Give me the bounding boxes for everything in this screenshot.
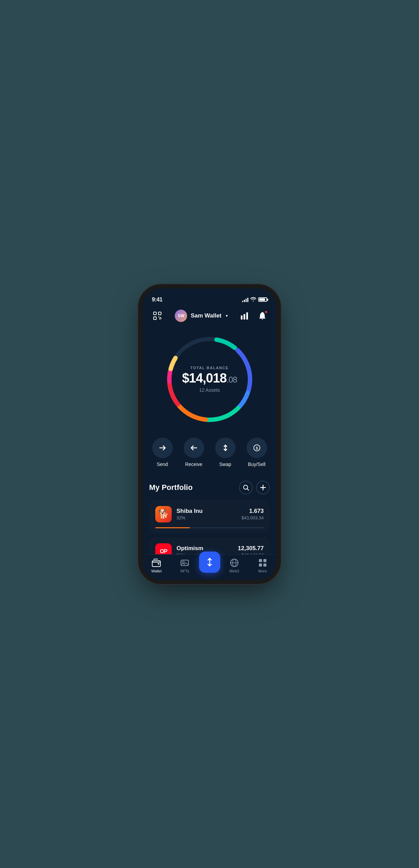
svg-point-26 xyxy=(244,485,248,489)
phone-frame: 9:41 xyxy=(142,288,277,580)
center-swap-icon xyxy=(205,557,215,567)
portfolio-actions xyxy=(239,481,270,494)
svg-rect-32 xyxy=(181,560,188,566)
web3-nav-label: Web3 xyxy=(230,569,239,573)
scan-icon[interactable] xyxy=(150,309,164,323)
bottom-nav: Wallet NFTs xyxy=(142,554,277,580)
nav-nfts[interactable]: NFTs xyxy=(171,558,199,573)
notification-button[interactable] xyxy=(256,310,269,322)
nfts-nav-label: NFTs xyxy=(180,569,189,573)
header: SW Sam Wallet ▾ xyxy=(142,306,277,328)
svg-rect-0 xyxy=(154,312,156,315)
op-name: Optimism xyxy=(176,545,203,552)
send-button[interactable]: Send xyxy=(152,438,173,467)
nav-more[interactable]: More xyxy=(248,558,277,573)
buysell-icon: $ xyxy=(247,438,267,458)
status-time: 9:41 xyxy=(152,297,162,303)
shiba-name: Shiba Inu xyxy=(176,508,203,515)
balance-cents: .08 xyxy=(227,375,237,384)
wallet-selector[interactable]: SW Sam Wallet ▾ xyxy=(175,310,227,322)
notification-badge xyxy=(264,310,268,314)
swap-button[interactable]: Swap xyxy=(215,438,236,467)
svg-line-27 xyxy=(247,489,249,490)
svg-rect-1 xyxy=(158,312,161,315)
action-buttons: Send Receive xyxy=(142,438,277,481)
svg-rect-11 xyxy=(246,312,248,320)
nav-wallet[interactable]: Wallet xyxy=(142,558,171,573)
svg-rect-9 xyxy=(241,315,243,320)
shiba-logo: 🐕 xyxy=(155,506,172,522)
chart-container: TOTAL BALANCE $14,018.08 12 Assets xyxy=(142,328,277,438)
signal-icon xyxy=(242,297,248,302)
svg-rect-2 xyxy=(154,317,156,320)
wallet-nav-label: Wallet xyxy=(151,569,161,573)
balance-whole: $14,018 xyxy=(182,371,226,385)
send-label: Send xyxy=(157,462,168,467)
notch xyxy=(187,288,232,301)
receive-button[interactable]: Receive xyxy=(184,438,204,467)
shiba-amount: 1.673 xyxy=(241,508,264,515)
svg-rect-40 xyxy=(259,563,262,567)
svg-rect-10 xyxy=(244,314,245,320)
portfolio-title: My Portfolio xyxy=(149,483,193,492)
phone-screen: 9:41 xyxy=(142,288,277,580)
svg-rect-38 xyxy=(259,559,262,562)
balance-assets: 12 Assets xyxy=(182,387,237,393)
send-icon xyxy=(152,438,173,458)
nav-web3[interactable]: Web3 xyxy=(220,558,249,573)
portfolio-search-button[interactable] xyxy=(239,481,253,494)
portfolio-header: My Portfolio xyxy=(149,481,270,494)
shiba-percent: 32% xyxy=(176,515,203,520)
web3-nav-icon xyxy=(230,558,239,568)
shiba-value: $43,003.34 xyxy=(241,515,264,520)
stats-button[interactable] xyxy=(238,310,251,322)
buysell-label: Buy/Sell xyxy=(248,462,265,467)
svg-text:$: $ xyxy=(256,446,258,450)
svg-rect-41 xyxy=(263,563,266,567)
svg-rect-39 xyxy=(263,559,266,562)
status-icons xyxy=(242,297,267,302)
chevron-down-icon: ▾ xyxy=(226,313,228,318)
portfolio-add-button[interactable] xyxy=(256,481,270,494)
wallet-name: Sam Wallet xyxy=(191,312,221,319)
wallet-nav-icon xyxy=(152,558,161,568)
more-nav-label: More xyxy=(258,569,267,573)
balance-label: TOTAL BALANCE xyxy=(182,366,237,370)
center-nav-button[interactable] xyxy=(199,552,220,573)
battery-icon xyxy=(258,297,267,302)
receive-icon xyxy=(184,438,204,458)
donut-chart: TOTAL BALANCE $14,018.08 12 Assets xyxy=(162,332,258,427)
balance-amount: $14,018.08 xyxy=(182,371,237,386)
svg-rect-31 xyxy=(158,563,159,565)
header-right-icons xyxy=(238,310,269,322)
wallet-avatar: SW xyxy=(175,310,187,322)
asset-card-shiba[interactable]: 🐕 Shiba Inu 32% 1.673 $43,003.34 xyxy=(149,500,270,533)
wifi-icon xyxy=(250,297,256,302)
swap-icon xyxy=(215,438,236,458)
shiba-progress-bar xyxy=(155,527,264,528)
nfts-nav-icon xyxy=(180,558,189,568)
shiba-progress-fill xyxy=(155,527,190,528)
buysell-button[interactable]: $ Buy/Sell xyxy=(247,438,267,467)
swap-label: Swap xyxy=(219,462,231,467)
svg-point-33 xyxy=(182,561,184,563)
receive-label: Receive xyxy=(185,462,202,467)
balance-center: TOTAL BALANCE $14,018.08 12 Assets xyxy=(182,366,237,393)
op-amount: 12,305.77 xyxy=(238,545,264,552)
more-nav-icon xyxy=(258,558,267,568)
